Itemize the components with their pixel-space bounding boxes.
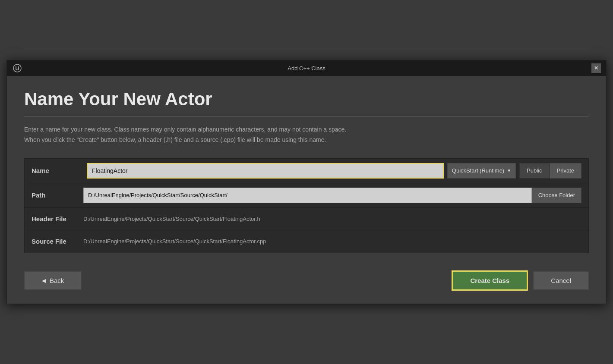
title-bar-title: Add C++ Class	[288, 65, 325, 72]
main-window: U Add C++ Class ✕ Name Your New Actor En…	[6, 60, 607, 304]
footer: ◀ Back Create Class Cancel	[7, 262, 606, 304]
source-file-label: Source File	[32, 238, 83, 245]
content-area: Name Your New Actor Enter a name for you…	[7, 76, 606, 262]
page-title: Name Your New Actor	[24, 89, 589, 110]
dropdown-arrow-icon: ▼	[507, 168, 511, 173]
title-bar: U Add C++ Class ✕	[7, 60, 606, 76]
path-row: Path Choose Folder	[25, 183, 588, 208]
module-dropdown[interactable]: QuickStart (Runtime) ▼	[447, 163, 516, 179]
form-panel: Name QuickStart (Runtime) ▼ Public Priva…	[24, 158, 589, 253]
name-label: Name	[32, 167, 83, 174]
description-line1: Enter a name for your new class. Class n…	[24, 126, 346, 133]
cancel-button[interactable]: Cancel	[533, 271, 589, 290]
public-button[interactable]: Public	[519, 163, 549, 179]
header-file-label: Header File	[32, 215, 83, 223]
path-label: Path	[32, 191, 83, 199]
ue-logo-icon: U	[12, 63, 22, 73]
back-button[interactable]: ◀ Back	[24, 271, 82, 290]
path-input[interactable]	[83, 188, 532, 203]
footer-right: Create Class Cancel	[452, 270, 589, 291]
access-buttons: Public Private	[519, 163, 581, 179]
source-file-row: Source File D:/UnrealEngine/Projects/Qui…	[25, 230, 588, 253]
module-label: QuickStart (Runtime)	[452, 167, 504, 174]
description-text: Enter a name for your new class. Class n…	[24, 125, 589, 145]
description-line2: When you click the "Create" button below…	[24, 136, 326, 143]
source-file-value: D:/UnrealEngine/Projects/QuickStart/Sour…	[83, 238, 266, 245]
create-class-button[interactable]: Create Class	[452, 270, 528, 291]
name-input[interactable]	[87, 163, 444, 179]
divider	[24, 116, 589, 117]
back-arrow-icon: ◀	[42, 277, 46, 284]
header-file-row: Header File D:/UnrealEngine/Projects/Qui…	[25, 208, 588, 230]
title-bar-left: U	[12, 63, 22, 73]
svg-text:U: U	[15, 65, 19, 72]
private-button[interactable]: Private	[550, 163, 581, 179]
close-button[interactable]: ✕	[591, 63, 601, 73]
header-file-value: D:/UnrealEngine/Projects/QuickStart/Sour…	[83, 216, 260, 222]
back-label: Back	[50, 277, 64, 284]
choose-folder-button[interactable]: Choose Folder	[532, 188, 581, 203]
name-row: Name QuickStart (Runtime) ▼ Public Priva…	[25, 159, 588, 183]
